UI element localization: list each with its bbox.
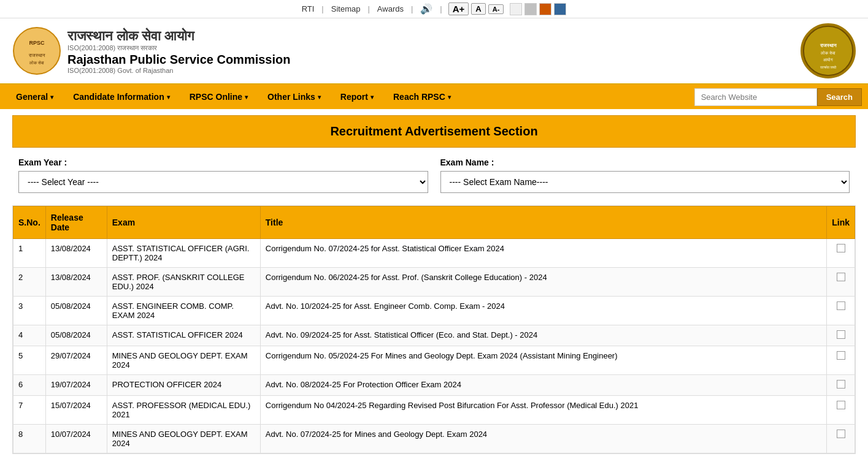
awards-link[interactable]: Awards (377, 4, 404, 13)
sitemap-link[interactable]: Sitemap (331, 4, 361, 13)
nav-general[interactable]: General ▾ (6, 85, 63, 109)
filter-area: Exam Year : ---- Select Year ---- 2024 2… (12, 157, 856, 193)
cell-exam: ASST. ENGINEER COMB. COMP. EXAM 2024 (107, 297, 260, 325)
cell-link[interactable] (827, 396, 855, 425)
accessibility-controls: A+ A A- (448, 2, 504, 15)
cell-exam: ASST. PROF. (SANSKRIT COLLEGE EDU.) 2024 (107, 268, 260, 297)
cell-date: 10/07/2024 (45, 425, 107, 453)
col-header-sno: S.No. (13, 207, 46, 239)
cell-exam: ASST. STATISTICAL OFFICER 2024 (107, 325, 260, 346)
cell-link[interactable] (827, 425, 855, 453)
swatch-gray[interactable] (524, 3, 537, 15)
rti-link[interactable]: RTI (302, 4, 315, 13)
cell-title: Corrigendum No. 05/2024-25 For Mines and… (260, 346, 826, 375)
table-row: 6 19/07/2024 PROTECTION OFFICER 2024 Adv… (13, 375, 855, 396)
search-input[interactable] (694, 88, 817, 106)
header-iso-top: ISO(2001:2008) राजस्थान सरकार (67, 44, 801, 52)
table-row: 7 15/07/2024 ASST. PROFESSOR (MEDICAL ED… (13, 396, 855, 425)
table-row: 5 29/07/2024 MINES AND GEOLOGY DEPT. EXA… (13, 346, 855, 375)
swatch-blue[interactable] (554, 3, 566, 15)
link-checkbox[interactable] (837, 273, 845, 281)
swatch-orange[interactable] (539, 3, 551, 15)
table-header-row: S.No. Release Date Exam Title Link (13, 207, 855, 239)
link-checkbox[interactable] (837, 401, 845, 409)
cell-exam: MINES AND GEOLOGY DEPT. EXAM 2024 (107, 346, 260, 375)
svg-text:आयोग: आयोग (823, 57, 833, 62)
cell-link[interactable] (827, 325, 855, 346)
svg-point-0 (13, 28, 60, 74)
cell-date: 13/08/2024 (45, 268, 107, 297)
table-row: 4 05/08/2024 ASST. STATISTICAL OFFICER 2… (13, 325, 855, 346)
recruitment-table: S.No. Release Date Exam Title Link 1 13/… (13, 206, 855, 453)
nav-report[interactable]: Report ▾ (331, 85, 383, 109)
chevron-down-icon: ▾ (167, 94, 170, 100)
exam-year-label: Exam Year : (18, 157, 428, 167)
search-button[interactable]: Search (817, 88, 862, 106)
cell-exam: ASST. PROFESSOR (MEDICAL EDU.) 2021 (107, 396, 260, 425)
table-row: 3 05/08/2024 ASST. ENGINEER COMB. COMP. … (13, 297, 855, 325)
nav-candidate-information[interactable]: Candidate Information ▾ (63, 85, 180, 109)
exam-year-group: Exam Year : ---- Select Year ---- 2024 2… (18, 157, 428, 193)
logo-emblem: RPSC राजस्थान लोक सेवा (12, 26, 61, 75)
chevron-down-icon: ▾ (318, 94, 321, 100)
cell-link[interactable] (827, 375, 855, 396)
nav-other-links[interactable]: Other Links ▾ (258, 85, 331, 109)
cell-sno: 7 (13, 396, 46, 425)
cell-link[interactable] (827, 297, 855, 325)
search-bar: Search (694, 88, 862, 106)
link-checkbox[interactable] (837, 301, 845, 310)
col-header-title: Title (260, 207, 826, 239)
speaker-icon[interactable]: 🔊 (420, 3, 432, 15)
font-decrease-button[interactable]: A- (488, 4, 504, 14)
chevron-down-icon: ▾ (371, 94, 374, 100)
cell-exam: ASST. STATISTICAL OFFICER (AGRI. DEPTT.)… (107, 239, 260, 268)
font-increase-button[interactable]: A+ (448, 2, 469, 15)
cell-exam: MINES AND GEOLOGY DEPT. EXAM 2024 (107, 425, 260, 453)
link-checkbox[interactable] (837, 430, 845, 438)
cell-sno: 8 (13, 425, 46, 453)
cell-date: 29/07/2024 (45, 346, 107, 375)
svg-text:लोक सेवा: लोक सेवा (820, 50, 835, 55)
top-bar-links: RTI | Sitemap | Awards | 🔊 | (302, 3, 442, 15)
cell-title: Corrigendum No. 06/2024-25 for Asst. Pro… (260, 268, 826, 297)
exam-name-label: Exam Name : (440, 157, 850, 167)
cell-title: Advt. No. 07/2024-25 for Mines and Geolo… (260, 425, 826, 453)
header-english-title: Rajasthan Public Service Commission (67, 52, 801, 67)
cell-sno: 1 (13, 239, 46, 268)
nav-rpsc-online[interactable]: RPSC Online ▾ (180, 85, 258, 109)
top-bar: RTI | Sitemap | Awards | 🔊 | A+ A A- (0, 0, 868, 18)
cell-link[interactable] (827, 268, 855, 297)
cell-title: Corrigendum No. 07/2024-25 for Asst. Sta… (260, 239, 826, 268)
cell-date: 15/07/2024 (45, 396, 107, 425)
link-checkbox[interactable] (837, 351, 845, 360)
font-normal-button[interactable]: A (471, 3, 485, 15)
cell-link[interactable] (827, 346, 855, 375)
svg-text:RPSC: RPSC (29, 40, 45, 46)
link-checkbox[interactable] (837, 244, 845, 252)
cell-date: 05/08/2024 (45, 325, 107, 346)
exam-year-select[interactable]: ---- Select Year ---- 2024 2023 2022 202… (18, 171, 428, 193)
header: RPSC राजस्थान लोक सेवा राजस्थान लोक सेवा… (0, 18, 868, 85)
chevron-down-icon: ▾ (448, 94, 451, 100)
table-row: 8 10/07/2024 MINES AND GEOLOGY DEPT. EXA… (13, 425, 855, 453)
col-header-exam: Exam (107, 207, 260, 239)
exam-name-select[interactable]: ---- Select Exam Name---- (440, 171, 850, 193)
cell-sno: 4 (13, 325, 46, 346)
header-hindi-title: राजस्थान लोक सेवा आयोग (67, 28, 801, 44)
svg-text:राजस्थान: राजस्थान (820, 43, 837, 48)
link-checkbox[interactable] (837, 330, 845, 339)
swatch-white[interactable] (510, 3, 522, 15)
cell-title: Corrigendum No 04/2024-25 Regarding Revi… (260, 396, 826, 425)
svg-text:सत्यमेव जयते: सत्यमेव जयते (820, 65, 837, 69)
cell-date: 19/07/2024 (45, 375, 107, 396)
cell-link[interactable] (827, 239, 855, 268)
cell-sno: 2 (13, 268, 46, 297)
col-header-date: Release Date (45, 207, 107, 239)
link-checkbox[interactable] (837, 380, 845, 389)
chevron-down-icon: ▾ (245, 94, 248, 100)
chevron-down-icon: ▾ (50, 94, 53, 100)
nav-bar: General ▾ Candidate Information ▾ RPSC O… (0, 85, 868, 109)
nav-reach-rpsc[interactable]: Reach RPSC ▾ (383, 85, 461, 109)
svg-text:लोक सेवा: लोक सेवा (29, 60, 44, 65)
cell-sno: 5 (13, 346, 46, 375)
